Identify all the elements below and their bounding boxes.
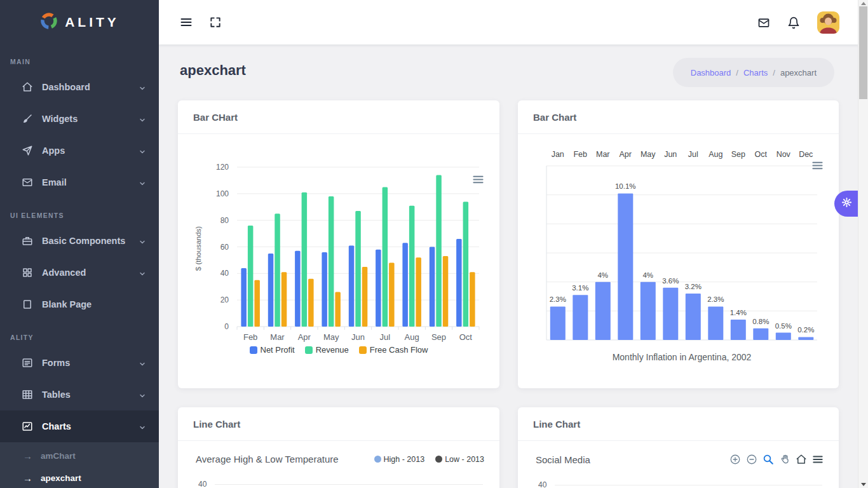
sidebar-subitem-apexchart[interactable]: →apexchart (0, 467, 159, 488)
svg-text:Jun: Jun (664, 150, 677, 159)
line-chart-1-body: Average High & Low Temperature High - 20… (178, 441, 499, 488)
table-icon (22, 389, 33, 400)
grouped-bar-chart: 020406080100120FebMarAprMayJunJulAugSepO… (189, 159, 488, 345)
chart-icon (22, 421, 33, 432)
selection-zoom-icon[interactable] (763, 454, 774, 465)
zoom-in-icon[interactable] (729, 454, 741, 465)
legend-label: Free Cash Flow (370, 345, 428, 355)
home-icon[interactable] (796, 454, 807, 465)
sidebar-submenu: →amChart→apexchart (0, 442, 159, 488)
legend-marker (435, 456, 442, 463)
sidebar-section-label: ALITY (0, 320, 159, 347)
line-chart-2-body: Social Media 40 (518, 441, 839, 488)
scrollbar-thumb[interactable] (859, 6, 867, 99)
card-line-chart-1: Line Chart Average High & Low Temperatur… (178, 407, 499, 488)
legend-item[interactable]: Net Profit (250, 345, 295, 355)
bell-icon[interactable] (787, 17, 799, 29)
legend-item[interactable]: Low - 2013 (435, 455, 484, 464)
arrow-right-icon: → (23, 451, 32, 461)
sidebar-item-widgets[interactable]: Widgets (0, 103, 159, 135)
svg-text:Jun: Jun (351, 332, 365, 342)
topbar (159, 0, 858, 44)
svg-text:120: 120 (216, 163, 229, 172)
sidebar-item-charts[interactable]: Charts (0, 410, 159, 442)
sidebar-item-tables[interactable]: Tables (0, 379, 159, 410)
fullscreen-icon[interactable] (209, 16, 222, 29)
svg-text:Oct: Oct (459, 332, 473, 342)
chart-menu-icon[interactable] (472, 173, 484, 186)
pan-icon[interactable] (779, 454, 790, 465)
gridline (555, 485, 822, 485)
chart-title: Social Media (536, 454, 590, 465)
legend-label: Low - 2013 (445, 455, 484, 464)
svg-text:Apr: Apr (620, 150, 632, 159)
svg-text:Sep: Sep (731, 150, 745, 159)
svg-text:Feb: Feb (243, 332, 257, 342)
chevron-down-icon (139, 391, 146, 398)
settings-gear-button[interactable] (834, 191, 858, 217)
arrow-right-icon: → (23, 473, 32, 484)
menu-icon[interactable] (180, 16, 193, 29)
user-avatar[interactable] (817, 11, 839, 34)
svg-text:4%: 4% (597, 271, 608, 279)
brand-name: ALITY (65, 15, 119, 30)
sidebar-item-label: Blank Page (42, 299, 146, 309)
sidebar-item-dashboard[interactable]: Dashboard (0, 71, 159, 103)
breadcrumb-charts[interactable]: Charts (743, 68, 768, 78)
sidebar-item-advanced[interactable]: Advanced (0, 257, 159, 288)
legend-item[interactable]: Revenue (305, 345, 349, 355)
send-icon (22, 145, 33, 156)
svg-text:3.1%: 3.1% (572, 284, 588, 292)
chevron-down-icon (139, 269, 146, 276)
sidebar-subitem-amchart[interactable]: →amChart (0, 445, 159, 467)
sidebar-item-label: Apps (42, 146, 139, 156)
legend-marker (250, 346, 257, 354)
svg-text:Mar: Mar (596, 150, 610, 159)
brand-logo[interactable]: ALITY (0, 0, 159, 44)
svg-text:Aug: Aug (405, 332, 419, 342)
page-scrollbar[interactable] (858, 0, 868, 488)
mail-icon[interactable] (757, 17, 770, 29)
svg-text:3.2%: 3.2% (685, 283, 702, 290)
zoom-out-icon[interactable] (746, 454, 757, 465)
menu-icon[interactable] (812, 454, 824, 465)
chart-menu-icon[interactable] (811, 159, 824, 172)
chart-legend: High - 2013Low - 2013 (374, 455, 484, 464)
home-icon (22, 81, 33, 93)
gridline (215, 484, 483, 485)
svg-text:60: 60 (220, 243, 229, 252)
card-title: Line Chart (518, 407, 839, 441)
chevron-down-icon (139, 359, 146, 367)
sidebar: ALITY MAINDashboardWidgetsAppsEmailUI EL… (0, 0, 159, 488)
sidebar-subitem-label: apexchart (41, 473, 81, 483)
svg-text:Feb: Feb (573, 150, 587, 159)
legend-item[interactable]: High - 2013 (374, 455, 425, 464)
svg-text:40: 40 (220, 269, 229, 278)
scrollbar-down-arrow-icon[interactable] (861, 483, 866, 486)
legend-marker (305, 346, 313, 354)
grid-icon (22, 267, 33, 278)
sidebar-item-forms[interactable]: Forms (0, 347, 159, 379)
chart-title: Average High & Low Temperature (196, 454, 339, 464)
svg-text:Sep: Sep (431, 332, 446, 342)
chevron-down-icon (139, 115, 146, 123)
legend-item[interactable]: Free Cash Flow (359, 345, 428, 355)
gear-icon (841, 197, 852, 210)
sidebar-section-label: MAIN (0, 44, 159, 71)
svg-text:Monthly Inflation in Argentina: Monthly Inflation in Argentina, 2002 (613, 352, 752, 362)
sidebar-item-blank-page[interactable]: Blank Page (0, 288, 159, 320)
card-bar-chart-2: Bar Chart JanFebMarAprMayJunJulAugSepOct… (518, 100, 839, 388)
sidebar-item-apps[interactable]: Apps (0, 135, 159, 166)
breadcrumb-dashboard[interactable]: Dashboard (691, 68, 731, 78)
legend-marker (359, 346, 367, 354)
sidebar-item-label: Dashboard (42, 82, 139, 92)
form-icon (22, 357, 33, 369)
svg-text:0.8%: 0.8% (752, 318, 769, 325)
chevron-down-icon (139, 179, 146, 186)
scrollbar-up-arrow-icon[interactable] (861, 2, 866, 5)
svg-text:Oct: Oct (755, 150, 768, 159)
sidebar-item-basic-components[interactable]: Basic Components (0, 225, 159, 257)
main-content: apexchart Dashboard/Charts/apexchart Bar… (159, 44, 858, 488)
breadcrumb: Dashboard/Charts/apexchart (673, 58, 834, 87)
sidebar-item-email[interactable]: Email (0, 166, 159, 198)
